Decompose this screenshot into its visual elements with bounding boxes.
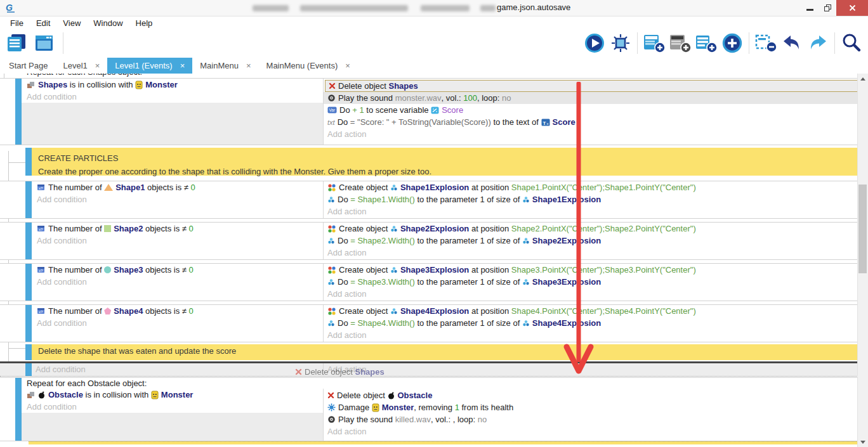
condition-row[interactable]: Shapes is in collision with Monster [22,79,323,91]
action-text: , vol.: [442,93,464,103]
restore-button[interactable] [819,0,836,16]
object-name: Shape3Explosion [400,265,469,275]
add-condition[interactable]: Add condition [22,401,323,413]
bomb-icon [38,391,46,399]
add-condition[interactable]: Add condition [22,91,323,103]
tab-level1-events[interactable]: Level1 (Events)× [107,58,192,74]
comment-block[interactable]: Delete the shape that was eaten and upda… [0,344,868,360]
add-action[interactable]: Add action [324,128,868,140]
add-action[interactable]: Add action [324,425,868,437]
scroll-down-icon[interactable] [860,441,865,444]
scrollbar-thumb[interactable] [858,185,867,273]
tab-mainmenu-events[interactable]: MainMenu (Events)× [259,58,358,74]
add-action[interactable]: Add action [324,247,868,259]
shape-event-block: x? The number of Shape3 objects is ≠ 0 A… [0,263,868,301]
condition-row[interactable]: x? The number of Shape3 objects is ≠ 0 [32,264,323,276]
add-event-circle-icon[interactable] [721,32,744,55]
particles-icon [522,196,530,204]
event-header[interactable]: Repeat for each Obstacle object: [22,378,868,389]
menu-help[interactable]: Help [129,18,159,28]
svg-text:x?: x? [39,269,43,273]
event-block-shapes: Shapes is in collision with Monster Add … [0,78,868,145]
action-row[interactable]: Create object Shape3Explosion at positio… [324,264,868,276]
object-name: Shape1 [115,183,145,192]
add-condition[interactable]: Add condition [32,193,323,205]
tab-close-icon[interactable]: × [95,61,100,70]
tab-close-icon[interactable]: × [345,61,350,70]
add-condition[interactable]: Add condition [32,317,323,329]
add-action[interactable]: Add action [324,288,868,300]
object-name: Shape3 [114,265,143,275]
loop-value: no [478,415,487,424]
menu-window[interactable]: Window [87,18,129,28]
add-action[interactable]: Add action [324,329,868,341]
event-header-clipped[interactable]: Repeat for each Shapes object: [22,74,868,78]
action-row[interactable]: txt Do = "Score: " + ToString(Variable(S… [324,116,868,128]
object-name: Score [553,117,575,127]
condition-row[interactable]: x? The number of Shape4 objects is ≠ 0 [32,305,323,317]
tab-close-icon[interactable]: × [246,61,251,70]
search-icon[interactable] [840,32,863,55]
action-row[interactable]: Create object Shape4Explosion at positio… [324,305,868,317]
condition-row[interactable]: x? The number of Shape1 objects is ≠ 0 [32,181,323,193]
action-row[interactable]: Do = Shape2.Width() to the parameter 1 o… [324,235,868,247]
tab-close-icon[interactable]: × [180,61,185,70]
action-row[interactable]: Create object Shape1Explosion at positio… [324,181,868,193]
project-manager-icon[interactable] [5,32,28,55]
condition-row[interactable]: x? The number of Shape2 objects is ≠ 0 [32,223,323,235]
redo-icon[interactable] [806,32,829,55]
menu-edit[interactable]: Edit [30,18,56,28]
action-row[interactable]: Delete object Obstacle [324,389,868,401]
menu-file[interactable]: File [4,18,30,28]
drop-target-row[interactable]: Add condition Add action [0,361,868,377]
event-block-obstacle: Repeat for each Obstacle object: Obstacl… [0,377,868,441]
action-row[interactable]: Do = Shape1.Width() to the parameter 1 o… [324,193,868,205]
action-row[interactable]: Do = Shape4.Width() to the parameter 1 o… [324,317,868,329]
close-button[interactable] [836,0,868,16]
action-row[interactable]: Play the sound killed.wav , vol.: , loop… [324,413,868,425]
add-condition[interactable]: Add condition [32,276,323,288]
start-page-icon[interactable] [33,32,56,55]
minimize-button[interactable] [801,0,819,16]
vertical-scrollbar[interactable] [857,74,868,447]
undo-icon[interactable] [780,32,803,55]
expression: Shape3.PointX("Center");Shape3.PointY("C… [511,265,696,275]
add-event-icon[interactable] [643,32,666,55]
scroll-up-icon[interactable] [860,77,865,81]
condition-filler [32,247,323,259]
add-subevent-icon[interactable] [695,32,718,55]
action-row[interactable]: Play the sound monster.wav , vol.: 100 ,… [324,92,868,104]
add-comment-icon[interactable] [669,32,692,55]
action-row[interactable]: Create object Shape2Explosion at positio… [324,223,868,235]
debugger-icon[interactable] [609,32,632,55]
particles-icon [522,237,530,245]
tab-start-page[interactable]: Start Page [1,58,55,74]
svg-text:x?: x? [39,186,43,190]
action-row[interactable]: Do = Shape3.Width() to the parameter 1 o… [324,276,868,288]
condition-text: objects is [143,306,181,316]
condition-row[interactable]: Obstacle is in collision with Monster [22,389,323,401]
action-row[interactable]: Var Do + 1 to scene variable Score [324,104,868,116]
compare-value: 0 [189,265,194,275]
action-text: to the parameter 1 of size of [415,236,522,245]
condition-text: objects is [143,265,181,275]
action-row-selected[interactable]: Delete object Shapes [325,80,867,92]
add-action[interactable]: Add action [324,205,868,217]
sound-icon [327,415,336,424]
drag-ghost-action: Delete object Shapes [295,366,385,377]
tab-mainmenu[interactable]: MainMenu× [192,58,258,74]
svg-text:G: G [6,3,13,13]
menu-view[interactable]: View [56,18,87,28]
add-condition[interactable]: Add condition [32,363,324,375]
add-action[interactable]: Add action [324,363,868,375]
expression: = Shape2.Width() [350,236,415,245]
monster-icon [151,391,159,399]
tab-level1[interactable]: Level1× [55,58,107,74]
preview-play-icon[interactable] [583,32,606,55]
action-row[interactable]: Damage Monster , removing 1 from its hea… [324,401,868,413]
add-condition[interactable]: Add condition [32,235,323,247]
event-indent-bar [25,223,32,259]
comment-block[interactable]: CREATE PARTICLES Create the proper one a… [0,148,868,176]
operator: ≠ [184,183,191,192]
delete-selection-icon[interactable] [754,32,777,55]
